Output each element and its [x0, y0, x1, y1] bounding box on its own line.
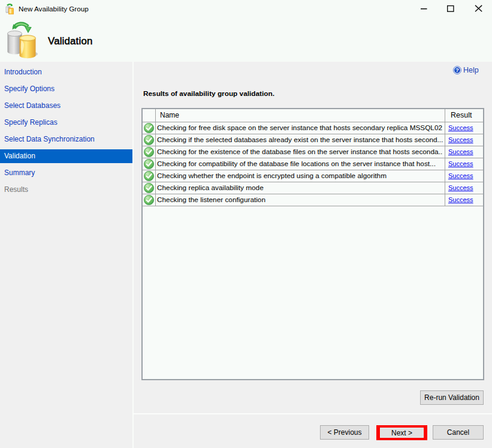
- svg-text:?: ?: [455, 67, 459, 73]
